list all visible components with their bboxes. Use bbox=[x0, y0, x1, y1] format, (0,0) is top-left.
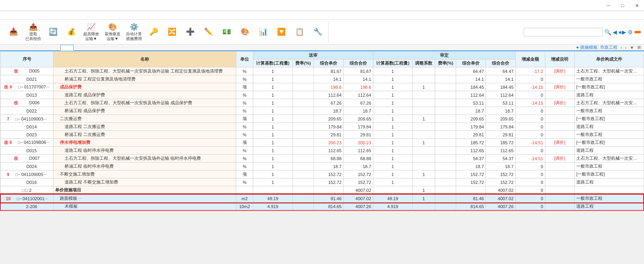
btn-increase-note[interactable]: ➕ bbox=[182, 26, 199, 38]
seq-value: 2-206 bbox=[17, 204, 37, 209]
table-row[interactable]: 2-206 木模板 10m2 4.919 814.65 4007.26 4.91… bbox=[0, 203, 644, 211]
expand-icon: 📊 bbox=[259, 27, 268, 36]
menu-help[interactable] bbox=[3, 15, 10, 16]
nav-next-icon[interactable]: › bbox=[625, 45, 627, 50]
nav-back-icon[interactable]: ◀ bbox=[613, 29, 617, 35]
btn-one-click[interactable]: 🔑 bbox=[145, 26, 162, 38]
tab-other-items[interactable] bbox=[75, 45, 88, 50]
nav-prev-icon[interactable]: ‹ bbox=[621, 45, 622, 50]
table-row[interactable]: 改 D006 土石方工程、拆除工程、大型机械一次安拆及场外运输 成品保护费 % … bbox=[0, 99, 644, 107]
nav-more-icon[interactable]: ▼ bbox=[630, 45, 634, 50]
cell-sr-rate bbox=[292, 83, 313, 91]
cell-ap-total: 184.45 bbox=[486, 83, 516, 91]
expand-collapse-icon[interactable]: □─ bbox=[15, 172, 21, 177]
cell-ap-unit: 54.37 bbox=[456, 155, 486, 163]
cell-sr-unit: 814.65 bbox=[314, 203, 344, 211]
btn-modify-review[interactable]: ✏️ bbox=[200, 26, 217, 38]
settings-icon[interactable]: ⚙ bbox=[628, 29, 633, 35]
table-row[interactable]: D022 桥涵工程 成品保护费 % 1 18.7 18.7 1 18.7 18.… bbox=[0, 107, 644, 115]
cell-sr-total: 112.65 bbox=[343, 147, 373, 155]
table-row[interactable]: 7 □─041109003··· 二次搬运费 项 1 209.65 209.65… bbox=[0, 115, 644, 123]
cell-ap-unit: 112.64 bbox=[456, 91, 486, 99]
cell-ap-base: 1 bbox=[373, 147, 413, 155]
cell-sr-unit bbox=[314, 186, 344, 195]
table-row[interactable]: D024 桥涵工程 临时停水停电费 % 1 18.7 18.7 1 18.7 1… bbox=[0, 163, 644, 170]
tab-sections[interactable] bbox=[46, 45, 59, 50]
col-file-header: 单价构成文件 bbox=[575, 52, 644, 67]
cell-seq: 改 D007 bbox=[0, 155, 53, 163]
table-row[interactable]: 改 D007 土石方工程、拆除工程、大型机械一次安拆及场外运输 临时停水停电费 … bbox=[0, 155, 644, 163]
btn-color[interactable]: 🎨 bbox=[236, 26, 254, 38]
btn-tools[interactable]: 🔧 bbox=[309, 26, 327, 38]
minimize-button[interactable]: ─ bbox=[601, 0, 615, 11]
cell-change: 0 bbox=[515, 107, 545, 115]
cell-ap-total: 152.72 bbox=[486, 178, 516, 186]
table-row[interactable]: 改 6 □─011707007··· 成品保护费 项 1 198.6 198.6… bbox=[0, 83, 644, 91]
cell-ap-rate bbox=[435, 99, 456, 107]
col-ap-rate: 费率(%) bbox=[435, 59, 456, 67]
btn-decor[interactable]: 🎨 装饰垂直运输▼ bbox=[102, 21, 123, 42]
tab-cost-analysis[interactable] bbox=[3, 45, 17, 50]
search-icon[interactable]: 🔍 bbox=[604, 29, 611, 35]
btn-others[interactable]: 📋 bbox=[291, 26, 308, 38]
table-container[interactable]: 序号 名称 单位 送审 审定 增减金额 增减说明 单价构成文件 计算基数(工程量… bbox=[0, 51, 644, 264]
cell-sr-base: 1 bbox=[253, 163, 293, 170]
cell-sr-total: 209.65 bbox=[343, 115, 373, 123]
tab-project-overview[interactable] bbox=[17, 45, 31, 50]
expand-collapse-icon[interactable]: □─ bbox=[15, 117, 21, 121]
seq-value: D021 bbox=[17, 77, 37, 82]
table-row[interactable]: D013 道路工程 成品保护费 % 1 112.64 112.64 1 112.… bbox=[0, 91, 644, 99]
expand-collapse-icon[interactable]: □─ bbox=[17, 197, 22, 201]
tab-materials[interactable] bbox=[89, 45, 102, 50]
cell-name: 二次搬运费 bbox=[53, 115, 236, 123]
btn-replace-data[interactable]: 🔄 bbox=[44, 26, 62, 38]
table-row[interactable]: 改 D005 土石方工程、拆除工程、大型机械一次安拆及场外运输 工程定位复测及场… bbox=[0, 67, 644, 75]
close-button[interactable]: ✕ bbox=[630, 0, 644, 11]
cell-name: 桥涵工程 成品保护费 bbox=[53, 107, 236, 115]
settings2-icon[interactable]: ⊞ bbox=[637, 45, 641, 50]
btn-load-template[interactable]: 📥 bbox=[5, 26, 22, 38]
tab-cost-summary[interactable] bbox=[103, 45, 117, 50]
table-row[interactable]: 9 □─041109005··· 不断交施工增加费 项 1 152.72 152… bbox=[0, 170, 644, 178]
table-row[interactable]: 改 8 □─041109B06··· 停水停电增加费 项 1 200.23 20… bbox=[0, 139, 644, 147]
btn-auto-calc[interactable]: ⚙️ 自动计算措施费用 bbox=[124, 21, 144, 42]
table-row[interactable]: D021 桥涵工程 工程定位复测及场地清理费 % 1 14.1 14.1 1 1… bbox=[0, 75, 644, 83]
search-input[interactable] bbox=[524, 28, 603, 36]
table-row[interactable]: D014 道路工程 二次搬运费 % 1 179.84 179.84 1 179.… bbox=[0, 123, 644, 131]
expand-collapse-icon[interactable]: □─ bbox=[18, 140, 23, 145]
cell-ap-total: 112.64 bbox=[486, 91, 516, 99]
cell-ap-rate bbox=[435, 163, 456, 170]
cell-note: [调价] bbox=[545, 155, 575, 163]
table-row[interactable]: □□ 2 单价措施项目 4007.02 1 4007.02 0 bbox=[0, 186, 644, 195]
cell-ap-rate bbox=[435, 147, 456, 155]
cell-unit: % bbox=[236, 163, 253, 170]
btn-to-budget[interactable]: 💵 bbox=[218, 26, 235, 38]
table-row[interactable]: 10 □─041102001··· 路面模板 ··· m2 49.19 81.4… bbox=[0, 194, 644, 203]
modify-badge: 7 bbox=[7, 117, 9, 121]
cell-name: 桥涵工程 临时停水停电费 bbox=[53, 163, 236, 170]
btn-data-convert[interactable]: 🔀 bbox=[163, 26, 181, 38]
color-icon: 🎨 bbox=[241, 27, 249, 36]
btn-overhigh[interactable]: 📈 超高降效运输▼ bbox=[81, 21, 101, 42]
check-update-button[interactable] bbox=[634, 31, 641, 33]
cell-seq: D021 bbox=[0, 75, 53, 83]
nav-forward-icon[interactable]: ●▶ bbox=[619, 29, 626, 35]
btn-expand-to[interactable]: 📊 bbox=[254, 26, 272, 38]
cell-name: 道路工程 不断交施工增加费 bbox=[53, 178, 236, 186]
summary-expand-icon[interactable]: □ bbox=[22, 188, 25, 193]
table-row[interactable]: D015 道路工程 临时停水停电费 % 1 112.65 112.65 1 11… bbox=[0, 147, 644, 155]
btn-install-cost[interactable]: 💰 bbox=[63, 26, 80, 38]
tab-fee-settings[interactable] bbox=[32, 45, 45, 50]
btn-filter[interactable]: 🔽 bbox=[273, 26, 290, 38]
cell-change: -17.2 bbox=[515, 67, 545, 75]
maximize-button[interactable]: □ bbox=[615, 0, 630, 11]
cell-change: 0 bbox=[515, 186, 545, 195]
cell-change: 0 bbox=[515, 131, 545, 139]
cell-file: 一般市政工程 bbox=[575, 75, 644, 83]
expand-collapse-icon[interactable]: □─ bbox=[18, 85, 23, 89]
table-row[interactable]: D016 道路工程 不断交施工增加费 % 1 152.72 152.72 1 1… bbox=[0, 178, 644, 186]
table-row[interactable]: D023 桥涵工程 二次搬运费 % 1 29.81 29.81 1 29.81 … bbox=[0, 131, 644, 139]
cell-ap-coef bbox=[413, 178, 435, 186]
btn-extract[interactable]: 📤 提取已有组价 bbox=[23, 21, 44, 42]
tab-measures[interactable] bbox=[60, 45, 74, 51]
